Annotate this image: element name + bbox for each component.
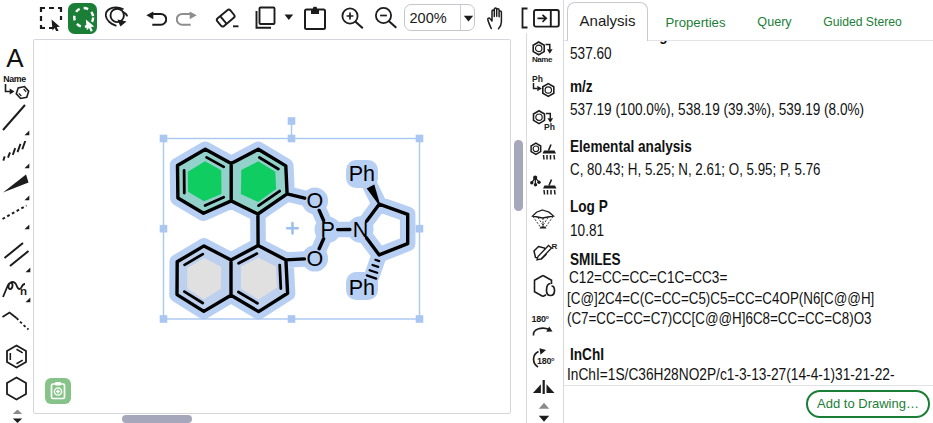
- svg-text:R: R: [552, 242, 558, 251]
- svg-text:Name: Name: [532, 55, 553, 64]
- svg-text:N: N: [353, 218, 369, 242]
- svg-text:P: P: [321, 218, 335, 242]
- svg-text:O: O: [307, 247, 324, 271]
- svg-text:Ph: Ph: [532, 74, 543, 84]
- svg-text:180°: 180°: [537, 356, 555, 366]
- svg-text:Ph: Ph: [544, 122, 555, 132]
- svg-text:Ph: Ph: [349, 162, 375, 186]
- svg-text:O: O: [307, 189, 324, 213]
- svg-text:180°: 180°: [532, 314, 550, 324]
- svg-text:Ph: Ph: [349, 276, 375, 300]
